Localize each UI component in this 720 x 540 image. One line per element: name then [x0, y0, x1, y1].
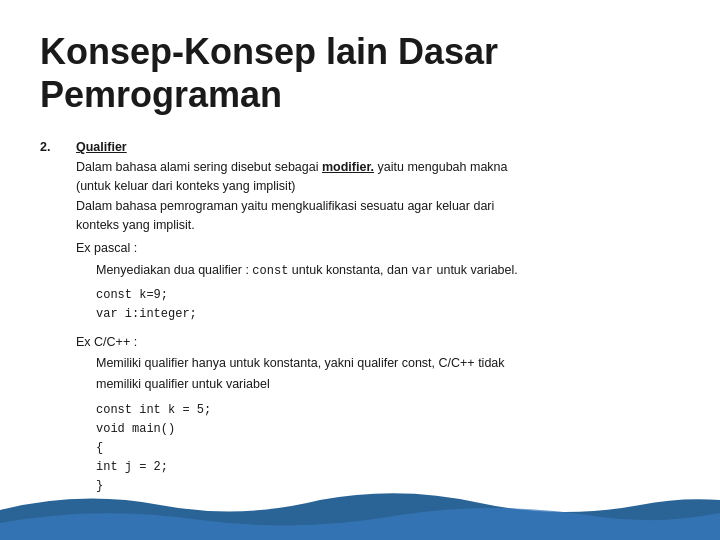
ex-pascal-section: Ex pascal : — [76, 239, 680, 258]
ex-cpp-desc2: memiliki qualifier untuk variabel — [96, 375, 680, 394]
cpp-code-block: const int k = 5; void main() { int j = 2… — [96, 401, 680, 497]
ex-cpp-section: Ex C/C++ : — [76, 333, 680, 352]
ex-cpp-label: Ex C/C++ : — [76, 335, 137, 349]
slide-content: 2. Qualifier Dalam bahasa alami sering d… — [40, 138, 680, 496]
pascal-code-line1: const k=9; — [96, 286, 680, 305]
qualifier-title: Qualifier — [76, 140, 127, 154]
qualifier-heading: Qualifier — [76, 138, 508, 157]
var-inline: var — [411, 264, 433, 278]
item-body: Qualifier Dalam bahasa alami sering dise… — [76, 138, 508, 235]
desc-line4: konteks yang implisit. — [76, 216, 508, 235]
pascal-code-line2: var i:integer; — [96, 305, 680, 324]
for-label2: untuk variabel. — [433, 263, 518, 277]
ex-pascal-label: Ex pascal : — [76, 241, 137, 255]
cpp-code-line1: const int k = 5; — [96, 401, 680, 420]
desc-line3: Dalam bahasa pemrograman yaitu mengkuali… — [76, 197, 508, 216]
bottom-decoration — [0, 485, 720, 540]
slide-title: Konsep-Konsep lain Dasar Pemrograman — [40, 30, 680, 116]
desc-line1: Dalam bahasa alami sering disebut sebaga… — [76, 158, 508, 177]
item-2: 2. Qualifier Dalam bahasa alami sering d… — [40, 138, 680, 235]
for-label: untuk konstanta, dan — [288, 263, 411, 277]
modifier-bold: modifier. — [322, 160, 374, 174]
desc-line2: (untuk keluar dari konteks yang implisit… — [76, 177, 508, 196]
item-number: 2. — [40, 138, 60, 235]
title-line1: Konsep-Konsep lain Dasar — [40, 31, 498, 72]
cpp-code-line3: { — [96, 439, 680, 458]
ex-pascal-desc: Menyediakan dua qualifier : const untuk … — [96, 261, 680, 281]
slide: Konsep-Konsep lain Dasar Pemrograman 2. … — [0, 0, 720, 540]
ex-cpp-desc1: Memiliki qualifier hanya untuk konstanta… — [96, 354, 680, 373]
cpp-code-line2: void main() — [96, 420, 680, 439]
title-line2: Pemrograman — [40, 74, 282, 115]
const-inline: const — [252, 264, 288, 278]
pascal-desc-text: Menyediakan dua qualifier : — [96, 263, 252, 277]
cpp-code-line4: int j = 2; — [96, 458, 680, 477]
pascal-code-block: const k=9; var i:integer; — [96, 286, 680, 324]
